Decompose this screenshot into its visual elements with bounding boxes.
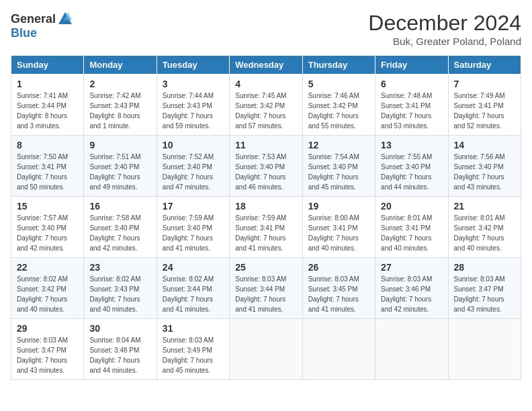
daylight-minutes: and 41 minutes. [163, 306, 210, 313]
calendar-cell: 31Sunrise: 8:03 AMSunset: 3:49 PMDayligh… [157, 319, 229, 380]
daylight-minutes: and 40 minutes. [89, 306, 137, 313]
sunset-line: Sunset: 3:47 PM [454, 285, 504, 293]
calendar-cell: 26Sunrise: 8:03 AMSunset: 3:45 PMDayligh… [302, 258, 375, 319]
calendar-cell: 19Sunrise: 8:00 AMSunset: 3:41 PMDayligh… [302, 197, 375, 258]
day-number: 15 [17, 201, 78, 212]
sunset-line: Sunset: 3:41 PM [454, 102, 504, 109]
sunset-line: Sunset: 3:41 PM [308, 224, 358, 232]
calendar-week-4: 22Sunrise: 8:02 AMSunset: 3:42 PMDayligh… [11, 258, 521, 319]
calendar-cell: 20Sunrise: 8:01 AMSunset: 3:41 PMDayligh… [375, 197, 448, 258]
calendar-table: SundayMondayTuesdayWednesdayThursdayFrid… [11, 55, 521, 380]
calendar-cell: 9Sunrise: 7:51 AMSunset: 3:40 PMDaylight… [84, 136, 157, 197]
calendar-cell: 8Sunrise: 7:50 AMSunset: 3:41 PMDaylight… [11, 136, 84, 197]
daylight-minutes: and 41 minutes. [235, 244, 283, 252]
calendar-cell: 10Sunrise: 7:52 AMSunset: 3:40 PMDayligh… [157, 136, 229, 197]
daylight-label: Daylight: 7 hours [454, 234, 504, 242]
calendar-cell: 27Sunrise: 8:03 AMSunset: 3:46 PMDayligh… [375, 258, 448, 319]
sunrise-line: Sunrise: 7:52 AM [163, 153, 214, 161]
day-info: Sunrise: 7:55 AMSunset: 3:40 PMDaylight:… [381, 152, 442, 192]
sunrise-line: Sunrise: 7:54 AM [308, 153, 359, 161]
calendar-cell: 15Sunrise: 7:57 AMSunset: 3:40 PMDayligh… [11, 197, 84, 258]
day-number: 16 [89, 201, 150, 212]
day-info: Sunrise: 7:42 AMSunset: 3:43 PMDaylight:… [89, 91, 150, 131]
day-number: 21 [454, 201, 515, 212]
daylight-minutes: and 42 minutes. [89, 244, 137, 252]
daylight-label: Daylight: 7 hours [308, 112, 359, 120]
sunset-line: Sunset: 3:43 PM [89, 285, 139, 293]
day-info: Sunrise: 8:03 AMSunset: 3:46 PMDaylight:… [381, 274, 442, 314]
day-number: 24 [163, 262, 224, 273]
daylight-label: Daylight: 8 hours [89, 112, 140, 120]
day-number: 30 [89, 323, 150, 334]
daylight-label: Daylight: 7 hours [17, 234, 67, 242]
day-number: 20 [381, 201, 442, 212]
sunrise-line: Sunrise: 8:03 AM [381, 275, 432, 283]
sunrise-line: Sunrise: 8:02 AM [89, 275, 140, 283]
calendar-cell: 14Sunrise: 7:56 AMSunset: 3:40 PMDayligh… [448, 136, 521, 197]
day-number: 10 [163, 140, 224, 150]
sunrise-line: Sunrise: 7:41 AM [17, 92, 68, 99]
sunset-line: Sunset: 3:41 PM [381, 102, 431, 109]
sunrise-line: Sunrise: 7:58 AM [89, 214, 140, 222]
page-container: General Blue December 2024 Buk, Greater … [11, 11, 521, 380]
day-header-wednesday: Wednesday [230, 56, 302, 75]
sunrise-line: Sunrise: 7:53 AM [235, 153, 286, 161]
sunset-line: Sunset: 3:43 PM [89, 102, 139, 109]
sunrise-line: Sunrise: 7:51 AM [89, 153, 140, 161]
calendar-cell: 30Sunrise: 8:04 AMSunset: 3:48 PMDayligh… [84, 319, 157, 380]
calendar-week-1: 1Sunrise: 7:41 AMSunset: 3:44 PMDaylight… [11, 75, 521, 136]
day-number: 28 [454, 262, 515, 273]
day-number: 9 [89, 140, 150, 150]
day-info: Sunrise: 8:03 AMSunset: 3:44 PMDaylight:… [235, 274, 296, 314]
sunrise-line: Sunrise: 8:03 AM [308, 275, 359, 283]
day-info: Sunrise: 8:00 AMSunset: 3:41 PMDaylight:… [308, 213, 369, 253]
day-number: 3 [163, 79, 224, 89]
day-info: Sunrise: 7:46 AMSunset: 3:42 PMDaylight:… [308, 91, 369, 131]
calendar-cell: 11Sunrise: 7:53 AMSunset: 3:40 PMDayligh… [230, 136, 302, 197]
daylight-minutes: and 42 minutes. [381, 306, 429, 313]
sunrise-line: Sunrise: 7:46 AM [308, 92, 359, 99]
sunrise-line: Sunrise: 8:03 AM [454, 275, 505, 283]
daylight-label: Daylight: 7 hours [163, 112, 213, 120]
daylight-minutes: and 46 minutes. [235, 183, 283, 191]
daylight-label: Daylight: 7 hours [381, 173, 431, 181]
day-info: Sunrise: 8:03 AMSunset: 3:49 PMDaylight:… [163, 335, 224, 375]
day-number: 17 [163, 201, 224, 212]
calendar-cell: 28Sunrise: 8:03 AMSunset: 3:47 PMDayligh… [448, 258, 521, 319]
daylight-minutes: and 52 minutes. [454, 122, 502, 130]
sunset-line: Sunset: 3:41 PM [381, 224, 431, 232]
daylight-minutes: and 45 minutes. [308, 183, 356, 191]
day-number: 1 [17, 79, 78, 89]
day-info: Sunrise: 8:02 AMSunset: 3:44 PMDaylight:… [163, 274, 224, 314]
day-info: Sunrise: 7:56 AMSunset: 3:40 PMDaylight:… [454, 152, 515, 192]
sunset-line: Sunset: 3:44 PM [17, 102, 66, 109]
daylight-minutes: and 40 minutes. [381, 244, 429, 252]
sunrise-line: Sunrise: 8:02 AM [163, 275, 214, 283]
daylight-minutes: and 42 minutes. [17, 244, 64, 252]
daylight-minutes: and 40 minutes. [454, 244, 502, 252]
calendar-week-3: 15Sunrise: 7:57 AMSunset: 3:40 PMDayligh… [11, 197, 521, 258]
daylight-minutes: and 43 minutes. [454, 183, 502, 191]
day-info: Sunrise: 7:41 AMSunset: 3:44 PMDaylight:… [17, 91, 78, 131]
calendar-cell: 21Sunrise: 8:01 AMSunset: 3:42 PMDayligh… [448, 197, 521, 258]
logo-blue: Blue [11, 26, 37, 40]
day-info: Sunrise: 8:02 AMSunset: 3:43 PMDaylight:… [89, 274, 150, 314]
daylight-minutes: and 47 minutes. [163, 183, 210, 191]
daylight-label: Daylight: 8 hours [17, 112, 67, 120]
day-header-monday: Monday [84, 56, 157, 75]
calendar-cell: 29Sunrise: 8:03 AMSunset: 3:47 PMDayligh… [11, 319, 84, 380]
day-info: Sunrise: 7:59 AMSunset: 3:41 PMDaylight:… [235, 213, 296, 253]
day-info: Sunrise: 8:04 AMSunset: 3:48 PMDaylight:… [89, 335, 150, 375]
day-number: 4 [235, 79, 296, 89]
daylight-label: Daylight: 7 hours [89, 295, 140, 303]
sunset-line: Sunset: 3:42 PM [17, 285, 66, 293]
day-info: Sunrise: 8:01 AMSunset: 3:42 PMDaylight:… [454, 213, 515, 253]
sunrise-line: Sunrise: 7:56 AM [454, 153, 505, 161]
daylight-label: Daylight: 7 hours [89, 234, 140, 242]
sunset-line: Sunset: 3:41 PM [235, 224, 285, 232]
sunset-line: Sunset: 3:40 PM [235, 163, 285, 171]
daylight-label: Daylight: 7 hours [235, 173, 285, 181]
logo-general: General [11, 13, 56, 25]
sunset-line: Sunset: 3:40 PM [89, 224, 139, 232]
daylight-label: Daylight: 7 hours [381, 112, 431, 120]
